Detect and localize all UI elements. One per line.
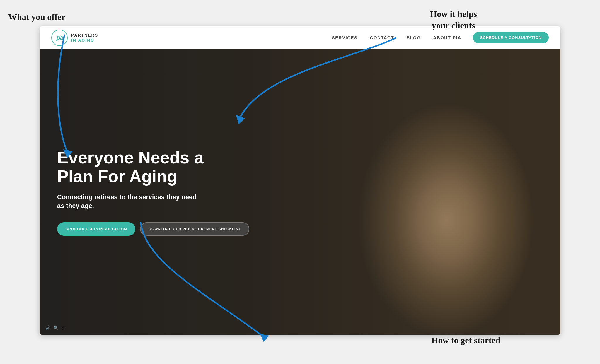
hero-schedule-button[interactable]: SCHEDULE A CONSULTATION [57,222,135,236]
hero-title: Everyone Needs a Plan For Aging [57,148,209,186]
hero-section: Everyone Needs a Plan For Aging Connecti… [40,49,560,335]
hero-content: Everyone Needs a Plan For Aging Connecti… [40,49,560,335]
annotation-how-to-get-started: How to get started [431,334,500,346]
search-icon: 🔍 [53,325,58,330]
nav-services[interactable]: SERVICES [332,35,358,40]
expand-icon: ⛶ [61,325,65,330]
speaker-icon: 🔊 [45,325,50,330]
navbar: pa PARTNERS IN AGING SERVICES CONTACT BL… [40,26,560,49]
svg-marker-2 [260,334,269,342]
nav-blog[interactable]: BLOG [406,35,421,40]
logo-area[interactable]: pa PARTNERS IN AGING [51,30,98,46]
website-container: pa PARTNERS IN AGING SERVICES CONTACT BL… [40,26,560,335]
hero-bottom-bar: 🔊 🔍 ⛶ [45,325,65,330]
nav-links: SERVICES CONTACT BLOG ABOUT PIA [332,35,461,40]
nav-about[interactable]: ABOUT PIA [433,35,461,40]
hero-subtitle: Connecting retirees to the services they… [57,193,204,211]
annotation-what-you-offer: What you offer [8,11,65,23]
annotation-how-it-helps: How it helps your clients [430,8,477,31]
logo-icon: pa [51,30,68,46]
logo-text: PARTNERS IN AGING [71,33,98,43]
nav-contact[interactable]: CONTACT [370,35,394,40]
hero-download-button[interactable]: DOWNLOAD OUR PRE-RETIREMENT CHECKLIST [140,222,250,236]
nav-schedule-button[interactable]: SCHEDULE A CONSULTATION [473,32,549,43]
hero-buttons: SCHEDULE A CONSULTATION DOWNLOAD OUR PRE… [57,222,543,236]
